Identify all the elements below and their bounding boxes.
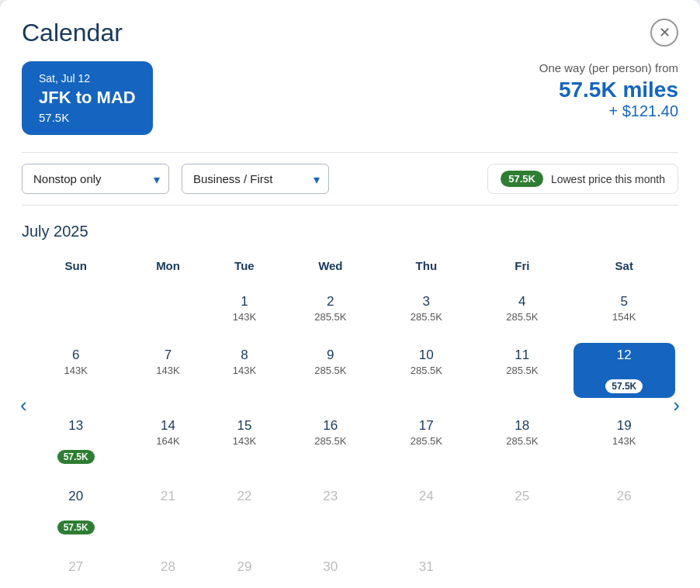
weekday-sat: Sat bbox=[570, 253, 678, 282]
price-cash: + $121.40 bbox=[539, 102, 678, 120]
table-row: 2057.5K bbox=[22, 476, 130, 547]
price-miles: 57.5K miles bbox=[539, 78, 678, 102]
calendar-day-21: 21 bbox=[133, 484, 203, 509]
calendar-day-26: 26 bbox=[574, 484, 675, 509]
table-row: 15143K bbox=[206, 406, 282, 476]
table-row bbox=[474, 547, 570, 587]
table-row: 1357.5K bbox=[22, 406, 130, 476]
table-row: 1143K bbox=[206, 282, 282, 335]
modal-title: Calendar bbox=[22, 19, 123, 47]
table-row: 31 bbox=[379, 547, 475, 587]
table-row: 7143K bbox=[130, 335, 206, 406]
table-row bbox=[570, 547, 678, 587]
table-row: 3285.5K bbox=[379, 282, 475, 335]
calendar-day-1[interactable]: 1143K bbox=[210, 289, 279, 327]
table-row: 8143K bbox=[206, 335, 282, 406]
calendar-week-row: 2057.5K212223242526 bbox=[22, 476, 678, 547]
lowest-price-label: Lowest price this month bbox=[551, 173, 665, 185]
lowest-price-badge: 57.5K Lowest price this month bbox=[487, 164, 678, 194]
table-row: 18285.5K bbox=[474, 406, 570, 476]
table-row: 1257.5K bbox=[570, 335, 678, 406]
calendar-day-5[interactable]: 5154K bbox=[574, 289, 675, 327]
calendar-day-12[interactable]: 1257.5K bbox=[574, 343, 675, 398]
calendar-day-9[interactable]: 9285.5K bbox=[286, 343, 376, 381]
price-label: One way (per person) from bbox=[539, 61, 678, 74]
close-button[interactable]: ✕ bbox=[650, 19, 678, 47]
lowest-price-value: 57.5K bbox=[501, 171, 543, 187]
close-icon: ✕ bbox=[659, 24, 671, 41]
calendar-week-row: 1357.5K14164K15143K16285.5K17285.5K18285… bbox=[22, 406, 678, 476]
next-month-button[interactable]: › bbox=[667, 387, 686, 424]
calendar-day-7[interactable]: 7143K bbox=[133, 343, 203, 381]
price-summary: One way (per person) from 57.5K miles + … bbox=[539, 61, 678, 120]
month-label: July 2025 bbox=[22, 223, 678, 240]
calendar-day-11[interactable]: 11285.5K bbox=[477, 343, 567, 381]
calendar-day-2[interactable]: 2285.5K bbox=[286, 289, 376, 327]
weekday-mon: Mon bbox=[130, 253, 206, 282]
calendar-day-29: 29 bbox=[210, 555, 279, 579]
calendar-day-15[interactable]: 15143K bbox=[210, 413, 279, 451]
calendar-week-row: 6143K7143K8143K9285.5K10285.5K11285.5K12… bbox=[22, 335, 678, 406]
table-row: 9285.5K bbox=[282, 335, 379, 406]
calendar-day-13[interactable]: 1357.5K bbox=[25, 413, 126, 469]
calendar-day-30: 30 bbox=[286, 555, 376, 579]
calendar-day-14[interactable]: 14164K bbox=[133, 413, 203, 451]
prev-month-button[interactable]: ‹ bbox=[14, 387, 33, 424]
trip-route: JFK to MAD bbox=[39, 88, 136, 108]
calendar-day-19[interactable]: 19143K bbox=[574, 413, 675, 451]
calendar-day-4[interactable]: 4285.5K bbox=[477, 289, 567, 327]
calendar-week-row: 2728293031 bbox=[22, 547, 678, 587]
table-row: 27 bbox=[22, 547, 130, 587]
calendar-day-24: 24 bbox=[382, 484, 472, 509]
trip-info-row: Sat, Jul 12 JFK to MAD 57.5K One way (pe… bbox=[22, 61, 678, 135]
cabin-filter-wrapper: Business / First Economy Premium Economy… bbox=[182, 164, 329, 194]
table-row: 14164K bbox=[130, 406, 206, 476]
table-row: 21 bbox=[130, 476, 206, 547]
table-row: 28 bbox=[130, 547, 206, 587]
calendar-day-17[interactable]: 17285.5K bbox=[382, 413, 472, 451]
calendar-day-10[interactable]: 10285.5K bbox=[382, 343, 472, 381]
calendar-modal: Calendar ✕ Sat, Jul 12 JFK to MAD 57.5K … bbox=[0, 0, 700, 588]
modal-header: Calendar ✕ bbox=[22, 19, 678, 47]
table-row: 22 bbox=[206, 476, 282, 547]
table-row: 16285.5K bbox=[282, 406, 379, 476]
calendar-day-23: 23 bbox=[286, 484, 376, 509]
calendar-day-28: 28 bbox=[133, 555, 203, 579]
weekday-wed: Wed bbox=[282, 253, 379, 282]
calendar-day-6[interactable]: 6143K bbox=[25, 343, 126, 381]
table-row: 19143K bbox=[570, 406, 678, 476]
weekday-sun: Sun bbox=[22, 253, 130, 282]
calendar-day-8[interactable]: 8143K bbox=[210, 343, 279, 381]
table-row bbox=[22, 282, 130, 335]
trip-card-price: 57.5K bbox=[39, 111, 136, 124]
calendar-day-18[interactable]: 18285.5K bbox=[477, 413, 567, 451]
filters-row: Nonstop only All flights ▾ Business / Fi… bbox=[22, 152, 678, 206]
table-row: 10285.5K bbox=[379, 335, 475, 406]
calendar-day-22: 22 bbox=[210, 484, 279, 509]
weekday-tue: Tue bbox=[206, 253, 282, 282]
table-row bbox=[130, 282, 206, 335]
table-row: 5154K bbox=[570, 282, 678, 335]
weekday-thu: Thu bbox=[379, 253, 475, 282]
table-row: 30 bbox=[282, 547, 379, 587]
calendar-day-16[interactable]: 16285.5K bbox=[286, 413, 376, 451]
calendar-day-25: 25 bbox=[477, 484, 567, 509]
table-row: 11285.5K bbox=[474, 335, 570, 406]
table-row: 29 bbox=[206, 547, 282, 587]
table-row: 24 bbox=[379, 476, 475, 547]
calendar-day-31: 31 bbox=[382, 555, 472, 579]
nonstop-filter-wrapper: Nonstop only All flights ▾ bbox=[22, 164, 169, 194]
calendar-section: July 2025 ‹ › Sun Mon Tue Wed Thu Fri Sa… bbox=[22, 223, 678, 587]
calendar-day-3[interactable]: 3285.5K bbox=[382, 289, 472, 327]
table-row: 6143K bbox=[22, 335, 130, 406]
calendar-day-20[interactable]: 2057.5K bbox=[25, 484, 126, 539]
table-row: 26 bbox=[570, 476, 678, 547]
calendar-day-27: 27 bbox=[25, 555, 126, 579]
weekday-fri: Fri bbox=[474, 253, 570, 282]
trip-date: Sat, Jul 12 bbox=[39, 72, 136, 85]
table-row: 25 bbox=[474, 476, 570, 547]
cabin-filter[interactable]: Business / First Economy Premium Economy bbox=[182, 164, 329, 194]
nonstop-filter[interactable]: Nonstop only All flights bbox=[22, 164, 169, 194]
calendar-grid: Sun Mon Tue Wed Thu Fri Sat 1143K2285.5K… bbox=[22, 253, 678, 587]
table-row: 17285.5K bbox=[379, 406, 475, 476]
